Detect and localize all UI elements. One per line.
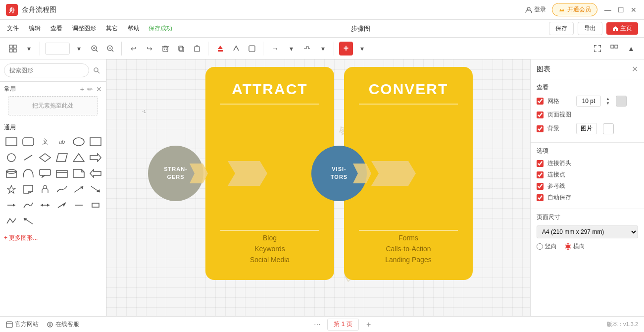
bg-color-swatch[interactable] bbox=[603, 123, 614, 134]
shape-cylinder[interactable] bbox=[4, 166, 19, 180]
connector-button[interactable]: → bbox=[268, 42, 282, 55]
more-shapes-button[interactable]: + 更多图形... bbox=[0, 231, 106, 245]
support-link[interactable]: 在线客服 bbox=[47, 320, 79, 329]
panel-header: 图表 ✕ bbox=[531, 59, 644, 79]
guide-line-checkbox[interactable] bbox=[537, 183, 544, 190]
minimize-button[interactable]: — bbox=[603, 5, 612, 14]
grid-up-button[interactable]: ▲ bbox=[606, 97, 610, 101]
shape-curve[interactable] bbox=[21, 198, 36, 212]
zoom-input[interactable]: 100% bbox=[45, 43, 70, 55]
shape-parallelogram[interactable] bbox=[54, 151, 69, 165]
shape-arrow-left[interactable] bbox=[88, 166, 103, 180]
fill-button[interactable] bbox=[213, 42, 227, 55]
grid-down-button[interactable]: ▼ bbox=[606, 101, 610, 106]
vip-button[interactable]: 开通会员 bbox=[552, 3, 597, 16]
shape-line[interactable] bbox=[21, 151, 36, 165]
connect-point-checkbox[interactable] bbox=[537, 171, 544, 178]
zoom-in-button[interactable] bbox=[88, 42, 101, 55]
shape-rounded-rect[interactable] bbox=[21, 135, 36, 149]
close-button[interactable]: ✕ bbox=[629, 5, 638, 14]
save-button[interactable]: 保存 bbox=[549, 22, 574, 35]
shape-ellipse[interactable] bbox=[71, 135, 86, 149]
page-view-checkbox[interactable] bbox=[537, 111, 544, 118]
shape-arrow-diag2[interactable] bbox=[88, 182, 103, 196]
menu-edit[interactable]: 编辑 bbox=[28, 22, 42, 35]
menu-view[interactable]: 查看 bbox=[50, 22, 63, 35]
close-common-icon[interactable]: ✕ bbox=[96, 85, 102, 93]
collapse-button[interactable]: ▲ bbox=[624, 42, 638, 55]
menu-file[interactable]: 文件 bbox=[6, 22, 20, 35]
export-button[interactable]: 导出 bbox=[578, 22, 602, 35]
shape-poly-line[interactable] bbox=[4, 214, 19, 228]
shape-text2[interactable]: ab bbox=[54, 135, 69, 149]
pagesize-select[interactable]: A4 (210 mm x 297 mm) bbox=[537, 225, 638, 238]
shape-button[interactable] bbox=[245, 42, 259, 55]
shape-star[interactable] bbox=[4, 182, 19, 196]
panel-close-button[interactable]: ✕ bbox=[632, 64, 638, 74]
shape-text[interactable]: 文 bbox=[38, 135, 52, 149]
shape-rect2[interactable] bbox=[88, 135, 103, 149]
grid-checkbox[interactable] bbox=[537, 98, 544, 105]
shape-rect[interactable] bbox=[4, 135, 19, 149]
search-button[interactable] bbox=[91, 64, 102, 76]
shape-half-circle[interactable] bbox=[21, 166, 36, 180]
page-tab[interactable]: 第 1 页 bbox=[327, 319, 358, 331]
shape-arrow-diag[interactable] bbox=[71, 182, 86, 196]
maximize-button[interactable]: ☐ bbox=[616, 5, 625, 14]
portrait-radio[interactable] bbox=[537, 243, 543, 250]
shape-line2[interactable] bbox=[4, 198, 19, 212]
shape-arrow4[interactable] bbox=[21, 214, 36, 228]
connector-type-button[interactable] bbox=[300, 42, 314, 55]
shape-arrow-r[interactable] bbox=[88, 151, 103, 165]
shape-small-line[interactable] bbox=[71, 198, 86, 212]
zoom-dropdown[interactable]: ▾ bbox=[72, 42, 86, 55]
shape-small-rect[interactable] bbox=[88, 198, 103, 212]
menu-help[interactable]: 帮助 bbox=[127, 22, 141, 35]
undo-button[interactable]: ↩ bbox=[127, 42, 141, 55]
menu-other[interactable]: 其它 bbox=[105, 22, 119, 35]
landscape-radio[interactable] bbox=[565, 243, 571, 250]
shape-folded[interactable] bbox=[71, 166, 86, 180]
page-options-button[interactable]: ⋯ bbox=[311, 319, 323, 331]
canvas-area[interactable]: 金舟流程图试用版 金舟流程图试用版 金舟流程图试用版 图试用版 图试用版 ATT… bbox=[106, 59, 530, 316]
svg-rect-39 bbox=[40, 169, 50, 175]
shape-arrow3[interactable] bbox=[54, 198, 69, 212]
bg-checkbox[interactable] bbox=[537, 125, 544, 132]
bg-image-button[interactable]: 图片 bbox=[576, 123, 597, 134]
connect-arrow-checkbox[interactable] bbox=[537, 160, 544, 167]
shape-circle[interactable] bbox=[4, 151, 19, 165]
menu-adjust[interactable]: 调整图形 bbox=[71, 22, 97, 35]
redo-button[interactable]: ↪ bbox=[143, 42, 156, 55]
website-link[interactable]: 官方网站 bbox=[6, 320, 39, 329]
general-section: 通用 文 ab bbox=[0, 120, 106, 231]
auto-save-checkbox[interactable] bbox=[537, 194, 544, 201]
shape-note[interactable] bbox=[21, 182, 36, 196]
add-arrow[interactable]: ▾ bbox=[355, 42, 369, 55]
layout-button[interactable] bbox=[6, 42, 20, 55]
add-page-button[interactable]: + bbox=[363, 319, 375, 331]
copy-button[interactable] bbox=[174, 42, 188, 55]
connector-type-arrow[interactable]: ▾ bbox=[316, 42, 330, 55]
shape-rect3[interactable] bbox=[54, 166, 69, 180]
shape-person[interactable] bbox=[38, 182, 52, 196]
paste-button[interactable] bbox=[190, 42, 204, 55]
shape-callout[interactable] bbox=[38, 166, 52, 180]
delete-button[interactable] bbox=[158, 42, 172, 55]
connector-arrow[interactable]: ▾ bbox=[284, 42, 298, 55]
stroke-button[interactable] bbox=[229, 42, 243, 55]
fullscreen-button[interactable] bbox=[591, 42, 604, 55]
add-button[interactable]: + bbox=[339, 42, 353, 55]
home-button[interactable]: 主页 bbox=[606, 22, 638, 35]
grid-input[interactable] bbox=[576, 96, 601, 107]
search-input[interactable] bbox=[4, 63, 89, 77]
grid-color-swatch[interactable] bbox=[616, 96, 627, 107]
shape-diamond[interactable] bbox=[38, 151, 52, 165]
grid-view-button[interactable] bbox=[607, 42, 621, 55]
shape-dbl-arrow[interactable] bbox=[38, 198, 52, 212]
edit-common-icon[interactable]: ✏ bbox=[87, 85, 93, 93]
shape-wave[interactable] bbox=[54, 182, 69, 196]
zoom-out-button[interactable] bbox=[103, 42, 117, 55]
add-common-icon[interactable]: + bbox=[80, 85, 84, 93]
login-button[interactable]: 登录 bbox=[525, 5, 546, 14]
shape-triangle[interactable] bbox=[71, 151, 86, 165]
